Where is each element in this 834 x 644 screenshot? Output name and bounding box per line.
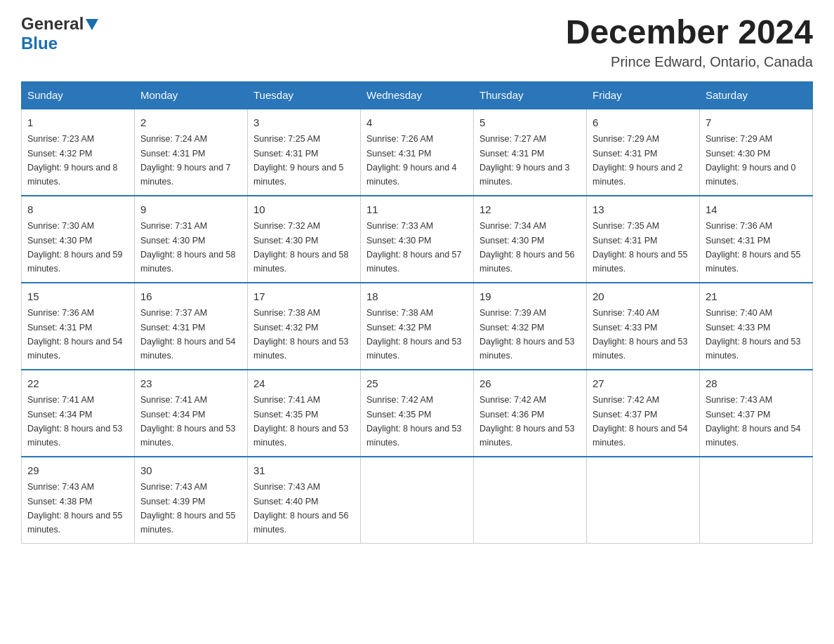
table-row: 22Sunrise: 7:41 AMSunset: 4:34 PMDayligh… (22, 370, 135, 457)
day-number: 22 (27, 376, 128, 392)
day-number: 20 (593, 289, 694, 305)
day-info: Sunrise: 7:43 AMSunset: 4:37 PMDaylight:… (706, 395, 801, 448)
calendar-subtitle: Prince Edward, Ontario, Canada (566, 54, 813, 70)
table-row: 7Sunrise: 7:29 AMSunset: 4:30 PMDaylight… (700, 109, 813, 196)
table-row: 14Sunrise: 7:36 AMSunset: 4:31 PMDayligh… (700, 196, 813, 283)
day-number: 12 (479, 202, 581, 218)
day-info: Sunrise: 7:33 AMSunset: 4:30 PMDaylight:… (366, 221, 462, 274)
day-info: Sunrise: 7:40 AMSunset: 4:33 PMDaylight:… (593, 308, 688, 361)
day-number: 27 (593, 376, 694, 392)
calendar-week-row: 1Sunrise: 7:23 AMSunset: 4:32 PMDaylight… (22, 109, 813, 196)
day-number: 13 (593, 202, 694, 218)
col-thursday: Thursday (474, 81, 587, 109)
day-number: 21 (706, 289, 807, 305)
col-monday: Monday (135, 81, 248, 109)
table-row: 3Sunrise: 7:25 AMSunset: 4:31 PMDaylight… (248, 109, 361, 196)
day-number: 3 (253, 115, 355, 131)
day-number: 29 (27, 463, 128, 479)
table-row: 11Sunrise: 7:33 AMSunset: 4:30 PMDayligh… (361, 196, 474, 283)
table-row: 2Sunrise: 7:24 AMSunset: 4:31 PMDaylight… (135, 109, 248, 196)
day-info: Sunrise: 7:43 AMSunset: 4:38 PMDaylight:… (27, 482, 123, 535)
day-number: 2 (140, 115, 241, 131)
table-row: 4Sunrise: 7:26 AMSunset: 4:31 PMDaylight… (361, 109, 474, 196)
day-info: Sunrise: 7:39 AMSunset: 4:32 PMDaylight:… (479, 308, 575, 361)
logo-general-text: General (21, 14, 84, 34)
table-row: 31Sunrise: 7:43 AMSunset: 4:40 PMDayligh… (248, 457, 361, 544)
day-number: 30 (140, 463, 241, 479)
col-sunday: Sunday (22, 81, 135, 109)
page-header: General Blue December 2024 Prince Edward… (21, 14, 813, 70)
table-row (587, 457, 700, 544)
table-row: 29Sunrise: 7:43 AMSunset: 4:38 PMDayligh… (22, 457, 135, 544)
day-info: Sunrise: 7:34 AMSunset: 4:30 PMDaylight:… (479, 221, 575, 274)
calendar-week-row: 15Sunrise: 7:36 AMSunset: 4:31 PMDayligh… (22, 283, 813, 370)
day-number: 16 (140, 289, 241, 305)
table-row: 9Sunrise: 7:31 AMSunset: 4:30 PMDaylight… (135, 196, 248, 283)
table-row: 19Sunrise: 7:39 AMSunset: 4:32 PMDayligh… (474, 283, 587, 370)
day-number: 19 (479, 289, 581, 305)
day-info: Sunrise: 7:36 AMSunset: 4:31 PMDaylight:… (27, 308, 123, 361)
day-info: Sunrise: 7:36 AMSunset: 4:31 PMDaylight:… (706, 221, 801, 274)
day-info: Sunrise: 7:41 AMSunset: 4:34 PMDaylight:… (27, 395, 123, 448)
day-info: Sunrise: 7:27 AMSunset: 4:31 PMDaylight:… (479, 134, 570, 187)
day-number: 7 (706, 115, 807, 131)
day-number: 11 (366, 202, 468, 218)
logo: General Blue (21, 14, 98, 53)
calendar-header-row: Sunday Monday Tuesday Wednesday Thursday… (22, 81, 813, 109)
day-info: Sunrise: 7:25 AMSunset: 4:31 PMDaylight:… (253, 134, 344, 187)
table-row: 21Sunrise: 7:40 AMSunset: 4:33 PMDayligh… (700, 283, 813, 370)
day-number: 17 (253, 289, 355, 305)
day-info: Sunrise: 7:42 AMSunset: 4:36 PMDaylight:… (479, 395, 575, 448)
table-row: 8Sunrise: 7:30 AMSunset: 4:30 PMDaylight… (22, 196, 135, 283)
day-info: Sunrise: 7:35 AMSunset: 4:31 PMDaylight:… (593, 221, 688, 274)
table-row: 17Sunrise: 7:38 AMSunset: 4:32 PMDayligh… (248, 283, 361, 370)
table-row (474, 457, 587, 544)
day-info: Sunrise: 7:23 AMSunset: 4:32 PMDaylight:… (27, 134, 118, 187)
table-row: 10Sunrise: 7:32 AMSunset: 4:30 PMDayligh… (248, 196, 361, 283)
day-info: Sunrise: 7:29 AMSunset: 4:31 PMDaylight:… (593, 134, 683, 187)
table-row: 24Sunrise: 7:41 AMSunset: 4:35 PMDayligh… (248, 370, 361, 457)
day-number: 9 (140, 202, 241, 218)
table-row: 27Sunrise: 7:42 AMSunset: 4:37 PMDayligh… (587, 370, 700, 457)
day-info: Sunrise: 7:32 AMSunset: 4:30 PMDaylight:… (253, 221, 349, 274)
logo-blue-text: Blue (21, 34, 58, 53)
day-number: 24 (253, 376, 355, 392)
day-number: 15 (27, 289, 128, 305)
title-area: December 2024 Prince Edward, Ontario, Ca… (566, 14, 813, 70)
day-info: Sunrise: 7:41 AMSunset: 4:34 PMDaylight:… (140, 395, 236, 448)
table-row (361, 457, 474, 544)
table-row: 5Sunrise: 7:27 AMSunset: 4:31 PMDaylight… (474, 109, 587, 196)
table-row: 28Sunrise: 7:43 AMSunset: 4:37 PMDayligh… (700, 370, 813, 457)
day-info: Sunrise: 7:31 AMSunset: 4:30 PMDaylight:… (140, 221, 236, 274)
day-info: Sunrise: 7:38 AMSunset: 4:32 PMDaylight:… (366, 308, 462, 361)
table-row: 13Sunrise: 7:35 AMSunset: 4:31 PMDayligh… (587, 196, 700, 283)
day-number: 8 (27, 202, 128, 218)
table-row (700, 457, 813, 544)
day-number: 10 (253, 202, 355, 218)
day-number: 6 (593, 115, 694, 131)
table-row: 23Sunrise: 7:41 AMSunset: 4:34 PMDayligh… (135, 370, 248, 457)
table-row: 30Sunrise: 7:43 AMSunset: 4:39 PMDayligh… (135, 457, 248, 544)
day-info: Sunrise: 7:37 AMSunset: 4:31 PMDaylight:… (140, 308, 236, 361)
col-wednesday: Wednesday (361, 81, 474, 109)
table-row: 18Sunrise: 7:38 AMSunset: 4:32 PMDayligh… (361, 283, 474, 370)
day-info: Sunrise: 7:24 AMSunset: 4:31 PMDaylight:… (140, 134, 231, 187)
day-number: 4 (366, 115, 468, 131)
day-info: Sunrise: 7:43 AMSunset: 4:39 PMDaylight:… (140, 482, 236, 535)
table-row: 15Sunrise: 7:36 AMSunset: 4:31 PMDayligh… (22, 283, 135, 370)
day-number: 14 (706, 202, 807, 218)
day-number: 26 (479, 376, 581, 392)
logo-triangle-icon (86, 19, 98, 30)
table-row: 1Sunrise: 7:23 AMSunset: 4:32 PMDaylight… (22, 109, 135, 196)
calendar-table: Sunday Monday Tuesday Wednesday Thursday… (21, 81, 813, 544)
day-info: Sunrise: 7:38 AMSunset: 4:32 PMDaylight:… (253, 308, 349, 361)
day-info: Sunrise: 7:40 AMSunset: 4:33 PMDaylight:… (706, 308, 801, 361)
calendar-title: December 2024 (566, 14, 813, 51)
day-number: 5 (479, 115, 581, 131)
table-row: 25Sunrise: 7:42 AMSunset: 4:35 PMDayligh… (361, 370, 474, 457)
day-number: 1 (27, 115, 128, 131)
day-info: Sunrise: 7:42 AMSunset: 4:35 PMDaylight:… (366, 395, 462, 448)
col-saturday: Saturday (700, 81, 813, 109)
day-info: Sunrise: 7:41 AMSunset: 4:35 PMDaylight:… (253, 395, 349, 448)
calendar-week-row: 22Sunrise: 7:41 AMSunset: 4:34 PMDayligh… (22, 370, 813, 457)
